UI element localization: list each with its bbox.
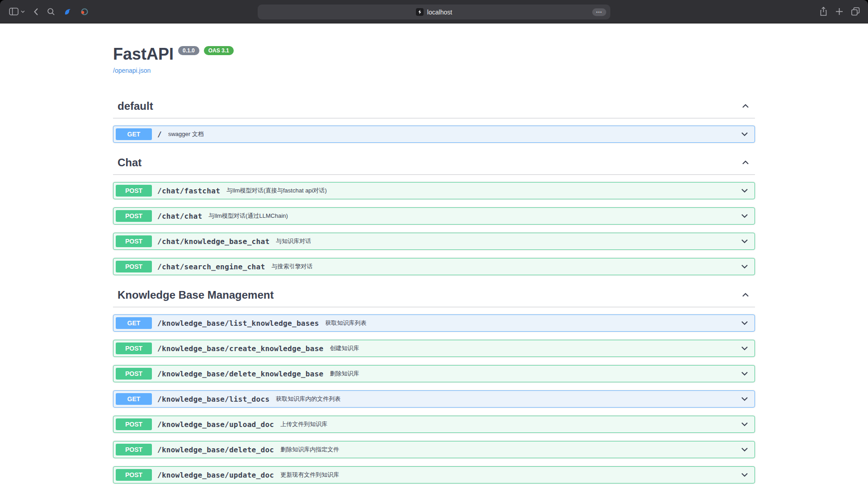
page-title: FastAPI — [113, 46, 174, 62]
operation-description: 与搜索引擎对话 — [271, 263, 740, 271]
operation-path: /knowledge_base/list_knowledge_bases — [157, 319, 319, 328]
operation-description: 获取知识库列表 — [326, 319, 740, 327]
section-header[interactable]: default — [113, 94, 755, 118]
operation-path: /knowledge_base/list_docs — [157, 395, 269, 404]
operation-row[interactable]: POST /chat/chat 与llm模型对话(通过LLMChain) — [113, 207, 755, 225]
chevron-down-icon — [740, 445, 750, 455]
chevron-down-icon — [740, 394, 750, 404]
section-operations: GET / swagger 文档 — [113, 126, 755, 143]
oas-badge: OAS 3.1 — [204, 46, 234, 55]
chevron-down-icon — [740, 186, 750, 196]
operation-path: /knowledge_base/upload_doc — [157, 420, 274, 429]
bird-extension-button[interactable] — [64, 8, 72, 16]
section-title: default — [118, 101, 153, 112]
method-badge: POST — [116, 261, 152, 272]
operation-description: 删除知识库内指定文件 — [280, 446, 740, 454]
toolbar-left-group — [0, 8, 89, 16]
share-button[interactable] — [820, 7, 827, 16]
back-button[interactable] — [33, 8, 38, 16]
method-badge: GET — [116, 128, 152, 140]
operation-description: 与llm模型对话(直接与fastchat api对话) — [226, 187, 740, 195]
chevron-down-icon — [740, 343, 750, 353]
operation-row[interactable]: POST /chat/knowledge_base_chat 与知识库对话 — [113, 233, 755, 250]
method-badge: POST — [116, 235, 152, 247]
operation-path: /knowledge_base/create_knowledge_base — [157, 344, 324, 353]
operation-path: / — [157, 130, 162, 139]
operation-row[interactable]: POST /knowledge_base/delete_knowledge_ba… — [113, 365, 755, 382]
chevron-left-icon — [33, 8, 38, 16]
api-section: default GET / swagger 文档 — [113, 94, 755, 143]
operation-description: 与知识库对话 — [276, 237, 740, 245]
search-button[interactable] — [47, 8, 55, 16]
operation-description: 上传文件到知识库 — [280, 420, 740, 428]
chevron-down-icon — [740, 419, 750, 429]
url-text: localhost — [427, 9, 452, 15]
operation-row[interactable]: GET /knowledge_base/list_docs 获取知识库内的文件列… — [113, 390, 755, 408]
toolbar-right-group — [820, 0, 860, 23]
api-section: Knowledge Base Management GET /knowledge… — [113, 283, 755, 488]
tab-overview-button[interactable] — [851, 7, 860, 16]
operation-path: /knowledge_base/delete_doc — [157, 446, 274, 454]
api-sections: default GET / swagger 文档 Chat POST /chat… — [113, 94, 755, 488]
sidebar-toggle-button[interactable] — [9, 8, 25, 15]
operation-row[interactable]: GET / swagger 文档 — [113, 126, 755, 143]
method-badge: POST — [116, 469, 152, 481]
operation-row[interactable]: POST /knowledge_base/create_knowledge_ba… — [113, 340, 755, 357]
operation-row[interactable]: POST /knowledge_base/update_doc 更新现有文件到知… — [113, 466, 755, 483]
operation-description: swagger 文档 — [168, 130, 740, 138]
section-header[interactable]: Chat — [113, 151, 755, 175]
chevron-down-icon — [740, 470, 750, 480]
sidebar-panel-icon — [9, 8, 19, 15]
operation-row[interactable]: POST /knowledge_base/upload_doc 上传文件到知识库 — [113, 416, 755, 433]
operation-description: 与llm模型对话(通过LLMChain) — [208, 212, 740, 220]
chevron-down-icon — [740, 211, 750, 221]
site-favicon — [416, 8, 424, 16]
method-badge: POST — [116, 343, 152, 354]
api-info: FastAPI 0.1.0 OAS 3.1 /openapi.json — [113, 23, 755, 94]
chevron-down-icon — [740, 236, 750, 246]
operation-row[interactable]: POST /knowledge_base/delete_doc 删除知识库内指定… — [113, 441, 755, 458]
operation-path: /chat/search_engine_chat — [157, 263, 265, 271]
address-bar[interactable]: localhost ⋯ — [258, 5, 610, 19]
openapi-spec-link[interactable]: /openapi.json — [113, 67, 151, 74]
method-badge: GET — [116, 393, 152, 405]
operation-description: 获取知识库内的文件列表 — [276, 395, 740, 403]
section-title: Chat — [118, 157, 142, 168]
tabs-overview-icon — [851, 7, 860, 16]
plus-icon — [835, 8, 843, 15]
section-header[interactable]: Knowledge Base Management — [113, 283, 755, 307]
record-extension-button[interactable] — [80, 8, 89, 16]
page-content: FastAPI 0.1.0 OAS 3.1 /openapi.json defa… — [0, 23, 868, 488]
method-badge: POST — [116, 185, 152, 197]
operation-description: 删除知识库 — [330, 370, 740, 378]
record-circle-icon — [80, 8, 89, 16]
section-title: Knowledge Base Management — [118, 290, 274, 300]
operation-path: /knowledge_base/delete_knowledge_base — [157, 370, 324, 378]
chevron-up-icon — [741, 158, 750, 168]
chevron-down-icon — [21, 10, 25, 13]
method-badge: POST — [116, 368, 152, 380]
operation-row[interactable]: POST /chat/fastchat 与llm模型对话(直接与fastchat… — [113, 182, 755, 199]
operation-path: /chat/chat — [157, 212, 202, 221]
swagger-wrapper: FastAPI 0.1.0 OAS 3.1 /openapi.json defa… — [104, 23, 764, 488]
api-section: Chat POST /chat/fastchat 与llm模型对话(直接与fas… — [113, 151, 755, 275]
new-tab-button[interactable] — [835, 8, 843, 15]
browser-toolbar: localhost ⋯ — [0, 0, 868, 23]
extensions-ellipsis-icon[interactable]: ⋯ — [592, 8, 606, 16]
section-operations: GET /knowledge_base/list_knowledge_bases… — [113, 314, 755, 488]
bird-extension-icon — [64, 8, 72, 16]
share-icon — [820, 7, 827, 16]
chevron-down-icon — [740, 262, 750, 272]
operation-description: 更新现有文件到知识库 — [280, 471, 740, 479]
chevron-up-icon — [741, 101, 750, 111]
operation-row[interactable]: POST /chat/search_engine_chat 与搜索引擎对话 — [113, 258, 755, 275]
method-badge: POST — [116, 444, 152, 455]
chevron-down-icon — [740, 318, 750, 328]
operation-description: 创建知识库 — [330, 344, 740, 352]
chevron-down-icon — [740, 129, 750, 139]
operation-path: /knowledge_base/update_doc — [157, 471, 274, 479]
operation-row[interactable]: GET /knowledge_base/list_knowledge_bases… — [113, 314, 755, 332]
search-icon — [47, 8, 55, 16]
operation-path: /chat/fastchat — [157, 187, 220, 195]
version-badge: 0.1.0 — [178, 46, 199, 55]
